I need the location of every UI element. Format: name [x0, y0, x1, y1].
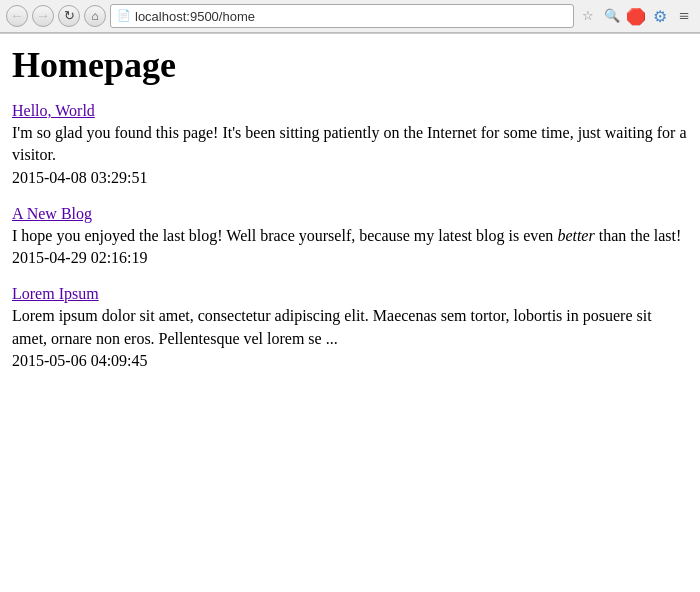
address-file-icon: 📄 — [117, 9, 131, 23]
blog-title-link[interactable]: Lorem Ipsum — [12, 285, 688, 303]
menu-icon[interactable]: ≡ — [674, 6, 694, 26]
home-button[interactable]: ⌂ — [84, 5, 106, 27]
blog-date: 2015-04-29 02:16:19 — [12, 249, 688, 267]
browser-toolbar: ← → ↻ ⌂ 📄 ☆ 🔍 🛑 ⚙ ≡ — [0, 0, 700, 33]
refresh-button[interactable]: ↻ — [58, 5, 80, 27]
toolbar-right: ☆ 🔍 🛑 ⚙ ≡ — [578, 6, 694, 26]
browser-chrome: ← → ↻ ⌂ 📄 ☆ 🔍 🛑 ⚙ ≡ — [0, 0, 700, 34]
blog-list: Hello, WorldI'm so glad you found this p… — [12, 102, 688, 370]
blog-excerpt: Lorem ipsum dolor sit amet, consectetur … — [12, 305, 688, 350]
blog-excerpt: I'm so glad you found this page! It's be… — [12, 122, 688, 167]
blog-title-link[interactable]: A New Blog — [12, 205, 688, 223]
search-icon[interactable]: 🔍 — [602, 6, 622, 26]
forward-button[interactable]: → — [32, 5, 54, 27]
blog-date: 2015-04-08 03:29:51 — [12, 169, 688, 187]
address-bar[interactable] — [135, 9, 567, 24]
address-bar-wrap: 📄 — [110, 4, 574, 28]
settings-icon[interactable]: ⚙ — [650, 6, 670, 26]
bookmark-icon[interactable]: ☆ — [578, 6, 598, 26]
blog-date: 2015-05-06 04:09:45 — [12, 352, 688, 370]
blog-entry: Lorem IpsumLorem ipsum dolor sit amet, c… — [12, 285, 688, 370]
blog-entry: A New BlogI hope you enjoyed the last bl… — [12, 205, 688, 267]
page-content: Homepage Hello, WorldI'm so glad you fou… — [0, 34, 700, 398]
shield-icon[interactable]: 🛑 — [626, 6, 646, 26]
blog-excerpt: I hope you enjoyed the last blog! Well b… — [12, 225, 688, 247]
page-title: Homepage — [12, 44, 688, 86]
blog-title-link[interactable]: Hello, World — [12, 102, 688, 120]
back-button[interactable]: ← — [6, 5, 28, 27]
blog-entry: Hello, WorldI'm so glad you found this p… — [12, 102, 688, 187]
